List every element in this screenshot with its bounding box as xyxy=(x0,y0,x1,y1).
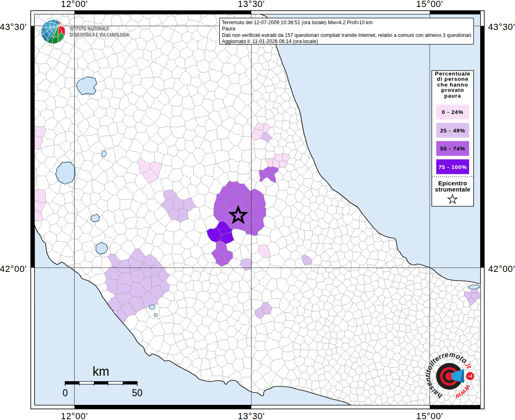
svg-text:Dati non verificati estratti d: Dati non verificati estratti da 157 ques… xyxy=(222,32,473,38)
svg-text:Terremoto del 12-07-2009 10:38: Terremoto del 12-07-2009 10:38:51 (ora l… xyxy=(222,20,373,25)
svg-text:25 - 49%: 25 - 49% xyxy=(440,128,465,134)
svg-text:0: 0 xyxy=(63,388,68,398)
svg-text:ISTITUTO NAZIONALE: ISTITUTO NAZIONALE xyxy=(70,26,109,32)
svg-text:0 - 24%: 0 - 24% xyxy=(442,109,464,115)
svg-text:12°00': 12°00' xyxy=(61,0,88,9)
svg-text:13°30': 13°30' xyxy=(238,0,265,9)
svg-text:75 - 100%: 75 - 100% xyxy=(438,164,467,170)
svg-text:DI GEOFISICA E VULCANOLOGIA: DI GEOFISICA E VULCANOLOGIA xyxy=(70,32,129,38)
svg-text:42°00': 42°00' xyxy=(488,264,515,274)
svg-text:50: 50 xyxy=(132,388,143,398)
svg-text:50 - 74%: 50 - 74% xyxy=(440,146,465,152)
svg-text:15°00': 15°00' xyxy=(416,411,443,420)
svg-text:km: km xyxy=(93,364,109,378)
svg-text:Epicentro: Epicentro xyxy=(438,180,467,187)
svg-text:13°30': 13°30' xyxy=(238,411,265,420)
svg-text:paura: paura xyxy=(444,93,461,99)
svg-text:strumentale: strumentale xyxy=(435,186,471,193)
svg-text:Aggiornato il: 11-01-2026 06:1: Aggiornato il: 11-01-2026 06:14 (ora loc… xyxy=(222,39,318,44)
svg-text:43°30': 43°30' xyxy=(488,22,515,32)
svg-text:15°00': 15°00' xyxy=(416,0,443,9)
svg-text:12°00': 12°00' xyxy=(61,411,88,420)
svg-text:Paura: Paura xyxy=(222,26,235,32)
svg-text:42°00': 42°00' xyxy=(0,264,27,274)
svg-text:43°30': 43°30' xyxy=(0,22,27,32)
